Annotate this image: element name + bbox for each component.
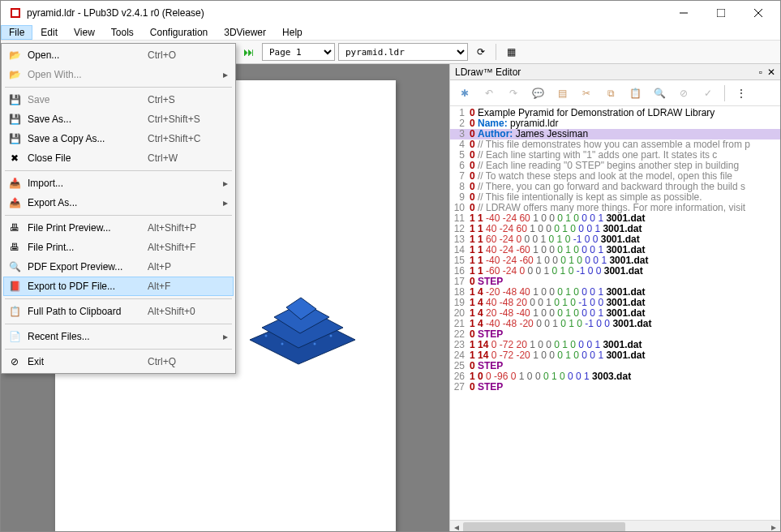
panel-float-icon[interactable]: ▫ [759,66,762,78]
menu-item-save: 💾SaveCtrl+S [3,90,234,109]
menu-edit[interactable]: Edit [32,25,66,40]
maximize-button[interactable] [702,1,740,25]
menu-icon: ⊘ [6,355,23,368]
editor-h-scrollbar[interactable]: ◂▸ [450,520,780,532]
menu-item-pdf-export-preview[interactable]: 🔍PDF Export Preview...Alt+P [3,257,234,277]
menu-label: Open... [28,49,148,61]
menu-shortcut: Alt+Shift+F [148,242,221,253]
menu-label: Close File [28,152,148,164]
editor-panel: LDraw™ Editor ▫ ✕ ✱ ↶ ↷ 💬 ▤ ✂ ⧉ 📋 🔍 ⊘ ✓ … [449,64,780,532]
menu-shortcut: Alt+Shift+0 [148,306,221,317]
menu-icon: 💾 [6,132,23,145]
menubar: FileEditViewToolsConfiguration3DViewerHe… [1,25,780,41]
menu-label: Import... [28,178,148,189]
menu-icon: 📋 [6,305,23,318]
menu-item-full-path-to-clipboard[interactable]: 📋Full Path to ClipboardAlt+Shift+0 [3,302,234,321]
stop-icon[interactable]: ⊘ [674,84,693,103]
menu-shortcut: Alt+Shift+P [148,222,221,234]
gear-icon[interactable]: ✱ [455,84,474,103]
menu-label: Export to PDF File... [28,281,148,292]
svg-rect-1 [12,10,19,16]
menu-icon: 📕 [6,280,23,293]
svg-point-13 [329,335,332,337]
comment-icon[interactable]: 💬 [528,84,547,103]
svg-point-10 [264,335,267,337]
menu-icon: ✖ [6,152,23,165]
menu-item-file-print-preview[interactable]: 🖶File Print Preview...Alt+Shift+P [3,218,234,238]
menu-label: Save [28,94,148,105]
menu-view[interactable]: View [66,25,103,40]
menu-icon: 📂 [6,68,23,81]
menu-label: Save As... [28,114,148,125]
menu-label: Recent Files... [28,331,148,342]
model-pyramid [242,291,363,372]
menu-item-save-as[interactable]: 💾Save As...Ctrl+Shift+S [3,109,234,129]
close-button[interactable] [740,1,777,25]
menu-icon: 🖶 [6,241,23,254]
menu-label: File Print... [28,242,148,253]
toggle-icon[interactable]: ▦ [501,42,521,62]
menu-item-export-as[interactable]: 📤Export As...▸ [3,193,234,212]
menu-shortcut: Ctrl+Q [148,356,221,367]
more-icon[interactable]: ⋮ [732,84,751,103]
menu-item-close-file[interactable]: ✖Close FileCtrl+W [3,148,234,168]
window-title: pyramid.ldr - LPub3D v2.4.1 r0 (Release) [27,7,665,19]
menu-shortcut: Ctrl+Shift+C [148,133,221,144]
menu-label: Full Path to Clipboard [28,306,148,317]
menu-icon: 🔍 [6,260,23,273]
menu-icon: 📂 [6,49,23,62]
menu-shortcut: Ctrl+S [148,94,221,105]
svg-rect-3 [717,9,725,17]
code-editor[interactable]: 10 Example Pyramid for Demonstration of … [450,106,780,520]
menu-icon: 📤 [6,196,23,209]
editor-panel-titlebar: LDraw™ Editor ▫ ✕ [450,64,780,80]
menu-label: Exit [28,356,148,367]
panel-close-icon[interactable]: ✕ [767,66,775,78]
editor-toolbar: ✱ ↶ ↷ 💬 ▤ ✂ ⧉ 📋 🔍 ⊘ ✓ ⋮ [450,80,780,106]
minimize-button[interactable] [665,1,702,25]
file-menu-dropdown: 📂Open...Ctrl+O📂Open With...▸💾SaveCtrl+S💾… [1,43,236,374]
refresh-icon[interactable]: ⟳ [471,42,491,62]
menu-item-import[interactable]: 📥Import...▸ [3,174,234,193]
menu-label: File Print Preview... [28,222,148,234]
menu-label: Export As... [28,197,148,208]
menu-item-save-a-copy-as[interactable]: 💾Save a Copy As...Ctrl+Shift+C [3,129,234,148]
page-select[interactable]: Page 1 [262,43,335,61]
menu-label: Open With... [28,69,148,80]
svg-point-12 [313,343,315,345]
menu-file[interactable]: File [1,25,32,40]
find-icon[interactable]: 🔍 [650,84,669,103]
menu-3dviewer[interactable]: 3DViewer [216,25,274,40]
menu-item-exit[interactable]: ⊘ExitCtrl+Q [3,352,234,371]
menu-item-open[interactable]: 📂Open...Ctrl+O [3,45,234,65]
cut-icon[interactable]: ✂ [577,84,596,103]
list-icon[interactable]: ▤ [552,84,572,103]
code-line[interactable]: 270 STEP [450,382,780,393]
menu-shortcut: Ctrl+W [148,152,221,164]
editor-panel-title: LDraw™ Editor [455,66,521,78]
menu-icon: 💾 [6,113,23,126]
menu-item-file-print[interactable]: 🖶File Print...Alt+Shift+F [3,238,234,257]
menu-icon: 📄 [6,330,23,343]
menu-shortcut: Ctrl+Shift+S [148,114,221,125]
menu-shortcut: Alt+F [148,281,221,292]
menu-shortcut: Ctrl+O [148,49,221,61]
check-icon[interactable]: ✓ [698,84,718,103]
menu-help[interactable]: Help [274,25,311,40]
menu-item-export-to-pdf-file[interactable]: 📕Export to PDF File...Alt+F [3,277,234,296]
file-select[interactable]: pyramid.ldr [338,43,468,61]
undo-icon[interactable]: ↶ [479,84,499,103]
menu-label: PDF Export Preview... [28,261,148,272]
svg-point-11 [281,343,283,345]
menu-item-open-with: 📂Open With...▸ [3,65,234,84]
app-icon [9,6,22,19]
menu-label: Save a Copy As... [28,133,148,144]
copy-icon[interactable]: ⧉ [601,84,620,103]
menu-shortcut: Alt+P [148,261,221,272]
menu-configuration[interactable]: Configuration [142,25,216,40]
last-page-button[interactable]: ⏭ [239,42,259,62]
menu-item-recent-files[interactable]: 📄Recent Files...▸ [3,327,234,346]
menu-tools[interactable]: Tools [103,25,142,40]
redo-icon[interactable]: ↷ [504,84,523,103]
paste-icon[interactable]: 📋 [625,84,645,103]
